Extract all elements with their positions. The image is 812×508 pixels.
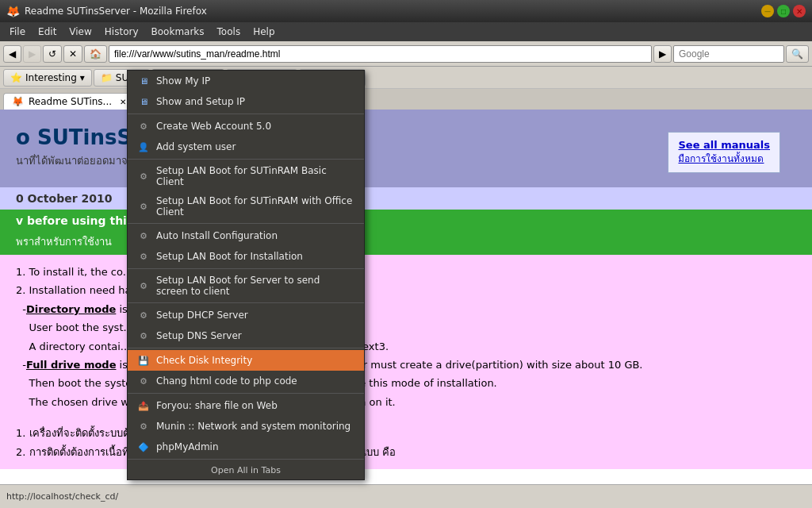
dd-label-add-system-user: Add system user [156,141,236,152]
dd-label-setup-dhcp: Setup DHCP Server [156,310,248,321]
gear-icon: ⚙ [137,329,150,342]
content-body-en: 1. To install it, the co... 2. Installat… [0,255,812,419]
separator-6 [128,348,364,348]
titlebar: 🦊 Readme SUTinsServer - Mozilla Firefox … [0,0,812,22]
dd-setup-dhcp[interactable]: ⚙ Setup DHCP Server [128,305,364,325]
tabbar: 🦊 Readme SUTins... ✕ [0,89,812,110]
separator-4 [128,268,364,269]
gear-icon: ⚙ [137,279,150,292]
dd-phpmyadmin[interactable]: 🔷 phpMyAdmin [128,437,364,457]
status-url: http://localhost/check_cd/ [6,491,806,502]
minimize-button[interactable]: ─ [761,5,774,17]
db-icon: 🔷 [137,441,150,453]
go-button[interactable]: ▶ [653,45,672,63]
dd-setup-dns[interactable]: ⚙ Setup DNS Server [128,325,364,346]
menubar: File Edit View History Bookmarks Tools H… [0,22,812,41]
tab-label: Readme SUTins... [29,96,112,107]
separator-1 [128,114,364,114]
gear-icon: ⚙ [137,420,150,433]
window-title: Readme SUTinsServer - Mozilla Firefox [25,6,761,17]
dd-label-create-web-account: Create Web Account 5.0 [156,121,271,132]
gear-icon: ⚙ [137,170,150,183]
dd-show-my-ip[interactable]: 🖥 Show My IP [128,71,364,91]
dd-setup-lan-boot-server[interactable]: ⚙ Setup LAN Boot for Server to send scre… [128,271,364,301]
manual-link-th[interactable]: มือการใช้งานทั้งหมด [678,151,770,166]
gear-icon: ⚙ [137,120,150,133]
close-button[interactable]: ✕ [793,5,806,17]
forward-button[interactable]: ▶ [23,45,41,63]
bookmark-interesting[interactable]: ⭐ Interesting ▾ [3,69,92,87]
dd-setup-lan-boot-install[interactable]: ⚙ Setup LAN Boot for Installation [128,246,364,267]
dd-check-disk-integrity[interactable]: 💾 Check Disk Integrity [128,350,364,371]
navbar: ◀ ▶ ↺ ✕ 🏠 ▶ 🔍 [0,41,812,67]
dd-label-setup-dns: Setup DNS Server [156,330,242,341]
page-date: 0 October 2010 [0,187,812,210]
menu-view[interactable]: View [63,25,98,39]
dd-label-show-my-ip: Show My IP [156,75,210,87]
menu-bookmarks[interactable]: Bookmarks [145,25,211,39]
bookmarks-bar: ⭐ Interesting ▾ 📁 SUT ▾ 📁 Utilities ▾ 📁 … [0,67,812,89]
utilities-dropdown: 🖥 Show My IP 🖥 Show and Setup IP ⚙ Creat… [127,70,365,480]
dd-setup-lan-boot-office[interactable]: ⚙ Setup LAN Boot for SUTinRAM with Offic… [128,191,364,221]
folder-icon: 📁 [101,72,113,83]
manual-link[interactable]: See all manuals [678,139,770,151]
menu-history[interactable]: History [98,25,145,39]
disk-icon: 💾 [137,354,150,367]
dd-foryou[interactable]: 📤 Foryou: share file on Web [128,395,364,416]
warning-bar-en: v before using this system [0,210,812,232]
dd-create-web-account[interactable]: ⚙ Create Web Account 5.0 [128,116,364,137]
separator-3 [128,223,364,224]
gear-icon: ⚙ [137,200,150,213]
address-bar[interactable] [109,45,652,63]
tab-readme[interactable]: 🦊 Readme SUTins... ✕ [3,93,135,110]
separator-8 [128,459,364,460]
monitor-icon: 🖥 [137,75,150,87]
separator-7 [128,393,364,394]
search-button[interactable]: 🔍 [786,45,809,63]
dd-label-setup-lan-boot-basic: Setup LAN Boot for SUTinRAM Basic Client [156,165,354,187]
page-header: o SUTinsServer 5310 นาที่ได้พัฒนาต่อยอดม… [0,110,812,187]
dd-label-setup-lan-boot-install: Setup LAN Boot for Installation [156,251,303,262]
menu-help[interactable]: Help [247,25,281,39]
dd-auto-install-config[interactable]: ⚙ Auto Install Configuration [128,225,364,246]
dd-munin[interactable]: ⚙ Munin :: Network and system monitoring [128,416,364,437]
dd-setup-lan-boot-basic[interactable]: ⚙ Setup LAN Boot for SUTinRAM Basic Clie… [128,161,364,191]
dd-label-auto-install-config: Auto Install Configuration [156,230,278,241]
manual-box: See all manuals มือการใช้งานทั้งหมด [668,132,780,173]
menu-tools[interactable]: Tools [211,25,247,39]
dd-label-setup-lan-boot-server: Setup LAN Boot for Server to send screen… [156,275,354,297]
dd-label-show-setup-ip: Show and Setup IP [156,96,245,107]
maximize-button[interactable]: □ [777,5,790,17]
webpage: o SUTinsServer 5310 นาที่ได้พัฒนาต่อยอดม… [0,110,812,484]
back-button[interactable]: ◀ [3,45,21,63]
content-body-th: 1. เครื่องที่จะติดตั้งระบบต้องมี RAM ไม่… [0,419,812,469]
dd-open-all-tabs[interactable]: Open All in Tabs [128,461,364,479]
dd-label-munin: Munin :: Network and system monitoring [156,421,350,432]
menu-edit[interactable]: Edit [32,25,63,39]
tab-close-icon[interactable]: ✕ [120,98,126,106]
stop-button[interactable]: ✕ [63,45,82,63]
home-button[interactable]: 🏠 [84,45,107,63]
dd-add-system-user[interactable]: 👤 Add system user [128,137,364,157]
dd-chang-html[interactable]: ⚙ Chang html code to php code [128,371,364,391]
content-area: o SUTinsServer 5310 นาที่ได้พัฒนาต่อยอดม… [0,110,812,484]
warning-bar-th: พราสำหรับการใช้งาน [0,232,812,255]
separator-5 [128,302,364,303]
gear-icon: ⚙ [137,250,150,263]
gear-icon: ⚙ [137,229,150,242]
share-icon: 📤 [137,399,150,412]
dd-show-setup-ip[interactable]: 🖥 Show and Setup IP [128,91,364,112]
monitor-icon: 🖥 [137,95,150,108]
star-icon: ⭐ [10,72,22,83]
chevron-down-icon: ▾ [80,72,85,83]
separator-2 [128,159,364,160]
menu-file[interactable]: File [3,25,32,39]
dd-label-check-disk-integrity: Check Disk Integrity [156,355,252,366]
refresh-button[interactable]: ↺ [43,45,62,63]
dd-label-phpmyadmin: phpMyAdmin [156,441,219,452]
search-input[interactable] [673,45,784,63]
dd-label-chang-html: Chang html code to php code [156,375,297,387]
bookmark-interesting-label: Interesting [25,72,77,83]
gear-icon: ⚙ [137,375,150,387]
dd-label-foryou: Foryou: share file on Web [156,400,278,411]
